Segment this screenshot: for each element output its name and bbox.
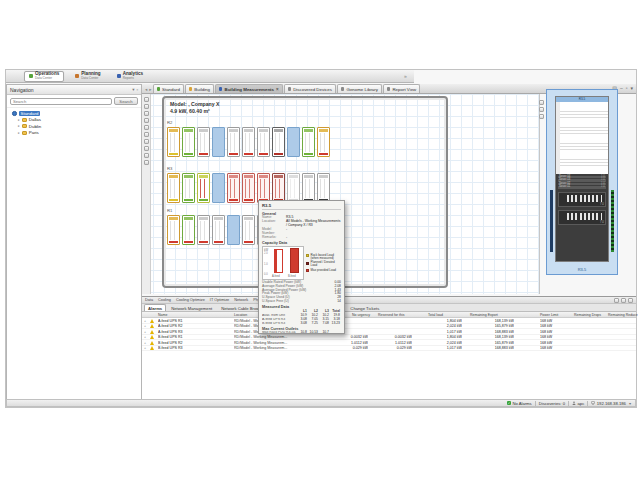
editor-tab[interactable]: Genome Library × xyxy=(337,84,382,93)
back-icon[interactable]: ◂ xyxy=(145,87,147,92)
expand-icon[interactable]: ▸ xyxy=(18,124,20,128)
navigation-title: Navigation xyxy=(10,87,34,93)
panel-tool-icon[interactable] xyxy=(539,100,544,105)
rack-elevation[interactable]: R3-5 Server 04 1 U Server 03 1 U xyxy=(555,96,609,262)
alarm-status[interactable]: ✓ No Alarms xyxy=(507,401,532,406)
editor-tab[interactable]: Standard × xyxy=(153,84,184,93)
canvas-tool-icon[interactable] xyxy=(144,139,149,144)
perspective-tab[interactable]: Analytics Reports xyxy=(112,71,148,82)
rack[interactable] xyxy=(182,173,195,203)
panel-edit-icon[interactable] xyxy=(621,298,626,303)
server-connection[interactable]: 192.168.38.186 xyxy=(591,401,626,406)
row-name: B-feed UPS R1 xyxy=(158,335,232,339)
row-expand-icon[interactable]: + xyxy=(144,335,149,339)
rack[interactable] xyxy=(257,127,270,157)
row-expand-icon[interactable]: + xyxy=(144,341,149,345)
rack[interactable] xyxy=(302,127,315,157)
rack[interactable] xyxy=(257,173,270,203)
row-expand-icon[interactable]: + xyxy=(144,330,149,334)
forward-icon[interactable]: ▸ xyxy=(149,87,151,92)
blade-enclosure[interactable]: 7 U xyxy=(558,192,606,207)
expand-icon[interactable]: ▸ xyxy=(18,131,20,135)
rack[interactable] xyxy=(242,215,255,245)
row-expand-icon[interactable]: + xyxy=(144,319,149,323)
canvas-tool-icon[interactable] xyxy=(144,118,149,123)
blade-enclosure[interactable]: 7 U xyxy=(558,210,606,225)
rack[interactable] xyxy=(197,173,210,203)
panel-tool-icon[interactable] xyxy=(539,114,544,119)
panel-tool-icon[interactable] xyxy=(539,107,544,112)
rack[interactable] xyxy=(182,215,195,245)
rack[interactable] xyxy=(317,173,330,203)
perspective-tab[interactable]: Operations Data Center xyxy=(24,71,64,82)
rack[interactable] xyxy=(227,215,240,245)
rack[interactable] xyxy=(287,173,300,203)
bottom-tab[interactable]: Change Tickets xyxy=(346,304,383,311)
view-menu-icon[interactable]: ▾ xyxy=(630,85,633,91)
view-tab[interactable]: Data xyxy=(145,298,153,302)
view-tab[interactable]: Cooling xyxy=(158,298,171,302)
rack[interactable] xyxy=(167,173,180,203)
rack[interactable] xyxy=(242,173,255,203)
rack-pdu-right[interactable] xyxy=(611,190,614,252)
rack[interactable] xyxy=(167,215,180,245)
canvas-tool-icon[interactable] xyxy=(144,153,149,158)
rack[interactable] xyxy=(227,173,240,203)
row-expand-icon[interactable]: + xyxy=(144,324,149,328)
editor-tab[interactable]: Report View × xyxy=(383,84,420,93)
rack[interactable] xyxy=(212,215,225,245)
panel-layout-icon[interactable] xyxy=(614,298,619,303)
bottom-tab[interactable]: Network Management xyxy=(167,304,216,311)
warning-icon xyxy=(150,335,154,339)
rack[interactable] xyxy=(272,173,285,203)
rack[interactable] xyxy=(197,127,210,157)
canvas-tool-icon[interactable] xyxy=(144,160,149,165)
minimize-icon[interactable]: – xyxy=(620,85,623,91)
perspective-tab[interactable]: Planning Data Center xyxy=(70,71,105,82)
tooltip-title: R3-5 xyxy=(262,203,341,210)
panel-detach-icon[interactable]: ▫ xyxy=(136,87,138,92)
rack[interactable] xyxy=(302,173,315,203)
rack[interactable] xyxy=(287,127,300,157)
search-button[interactable]: Search xyxy=(114,97,138,105)
view-tab[interactable]: IT Optimize xyxy=(210,298,229,302)
rack[interactable] xyxy=(242,127,255,157)
canvas-tool-icon[interactable] xyxy=(144,132,149,137)
overflow-chevron-icon[interactable]: » xyxy=(404,73,407,79)
editor-tab[interactable]: Discovered Devices × xyxy=(284,84,336,93)
tree-item[interactable]: ▸ Paris xyxy=(9,130,139,137)
rack[interactable] xyxy=(212,127,225,157)
canvas-tool-icon[interactable] xyxy=(144,97,149,102)
rack-units xyxy=(260,179,267,198)
canvas-tool-icon[interactable] xyxy=(144,111,149,116)
editor-tab[interactable]: Building × xyxy=(185,84,214,93)
rack[interactable] xyxy=(197,215,210,245)
view-tab[interactable]: Network xyxy=(234,298,248,302)
canvas-tool-icon[interactable] xyxy=(144,125,149,130)
panel-menu-icon[interactable]: ▾ xyxy=(132,87,134,92)
search-input[interactable] xyxy=(10,98,112,105)
rack-pdu-left[interactable] xyxy=(550,190,553,252)
view-tab[interactable]: Cooling Optimize xyxy=(176,298,205,302)
rack[interactable] xyxy=(167,127,180,157)
rack[interactable] xyxy=(227,127,240,157)
close-icon[interactable]: × xyxy=(276,87,279,92)
bottom-tab[interactable]: Alarms xyxy=(144,304,166,311)
table-row[interactable]: + B-feed UPS R3 RD/Model - Working Measu… xyxy=(142,346,636,352)
rack[interactable] xyxy=(272,127,285,157)
rack[interactable] xyxy=(317,127,330,157)
panel-menu-icon[interactable] xyxy=(628,298,633,303)
maximize-icon[interactable]: ▫ xyxy=(626,85,628,91)
row-expand-icon[interactable]: + xyxy=(144,346,149,350)
status-menu-icon[interactable]: ▾ xyxy=(629,401,631,406)
logged-in-user[interactable]: apc xyxy=(572,401,584,406)
editor-tab[interactable]: Building Measurements × xyxy=(215,84,283,93)
canvas-tool-icon[interactable] xyxy=(144,104,149,109)
rack[interactable] xyxy=(212,173,225,203)
server-unit[interactable]: Server 01 1 U xyxy=(558,186,606,189)
rack-elevation-panel[interactable]: R3-5 Server 04 1 U Server 03 1 U xyxy=(546,89,618,275)
canvas-tool-icon[interactable] xyxy=(144,146,149,151)
rack[interactable] xyxy=(182,127,195,157)
discoveries-status[interactable]: Discoveries: 0 xyxy=(539,401,565,406)
expand-icon[interactable]: ▸ xyxy=(18,118,20,122)
